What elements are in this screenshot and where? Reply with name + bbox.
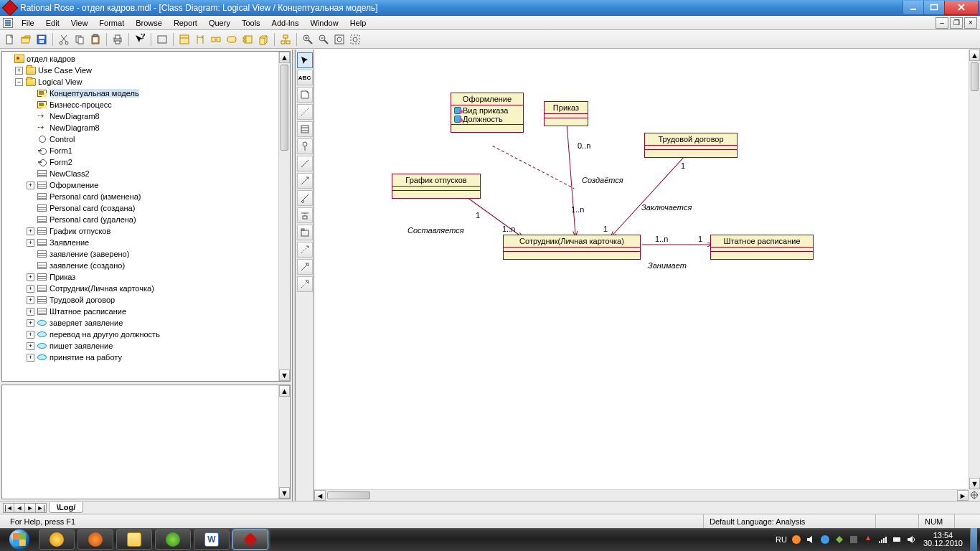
tree-item[interactable]: −Logical View [4,76,277,88]
mdi-close-button[interactable]: × [964,17,977,29]
pan-grip-icon[interactable] [969,489,980,501]
expand-icon[interactable]: + [27,182,34,189]
tree-item[interactable]: +пишет заявление [4,340,277,352]
expand-icon[interactable] [27,147,34,155]
task-word[interactable]: W [194,529,230,550]
browse-seq-button[interactable] [193,32,207,47]
tree-item[interactable]: заявление (заверено) [4,248,277,260]
expand-icon[interactable]: + [15,67,23,75]
task-rose[interactable] [232,529,268,550]
class-prikaz[interactable]: Приказ [544,101,588,126]
context-help-button[interactable]: ? [133,32,147,47]
class-grafik[interactable]: График отпусков [392,174,481,199]
canvas-hscrollbar[interactable]: ◄ ► [314,489,969,501]
expand-icon[interactable] [27,193,34,201]
titlebar[interactable]: Rational Rose - отдел кадров.mdl - [Clas… [0,0,980,16]
expand-icon[interactable] [27,204,34,212]
tree-item[interactable]: заявление (создано) [4,260,277,271]
tree-item[interactable]: Бизнесс-процесс [4,99,277,110]
cut-button[interactable] [57,32,71,47]
tree-item[interactable]: +принятие на работу [4,352,277,363]
class-oformlenie[interactable]: Оформление Вид приказа Должность [451,93,524,133]
tree-item[interactable]: Personal card (удалена) [4,214,277,225]
expand-icon[interactable]: + [27,331,34,339]
tree-item[interactable]: Control [4,133,277,145]
menu-browse[interactable]: Browse [130,17,168,29]
scroll-down-button[interactable]: ▼ [279,369,290,381]
task-qip[interactable] [155,529,191,550]
doc-scrollbar[interactable]: ▲ ▼ [278,385,290,499]
tree-item[interactable]: Form1 [4,145,277,156]
expand-icon[interactable] [27,136,34,143]
menu-report[interactable]: Report [168,17,203,29]
expand-icon[interactable] [27,124,34,132]
scroll-left-button[interactable]: ◄ [314,490,326,501]
tree-item[interactable]: +Трудовой договор [4,294,277,306]
zoomout-button[interactable] [316,32,331,47]
zoomin-button[interactable] [301,32,315,47]
tab-prev-button[interactable]: ◄ [14,503,25,513]
expand-icon[interactable]: − [15,78,23,86]
zoomfit-button[interactable] [332,32,347,47]
tree-item[interactable]: Концептуальная модель [4,88,277,99]
tree-item[interactable]: Form2 [4,156,277,168]
tab-log[interactable]: \Log/ [49,502,83,513]
menu-help[interactable]: Help [344,17,372,29]
expand-icon[interactable] [27,170,34,178]
select-tool[interactable] [297,52,313,68]
realize-tool[interactable] [297,276,313,292]
mdi-restore-button[interactable]: ❐ [950,17,963,29]
class-shtatnoe[interactable]: Штатное расписание [710,235,814,260]
expand-icon[interactable] [27,262,34,270]
tray-icon[interactable] [863,534,873,545]
browse-collab-button[interactable] [209,32,223,47]
menu-tools[interactable]: Tools [236,17,266,29]
tray-icon[interactable] [820,534,830,545]
paste-button[interactable] [88,32,103,47]
scroll-thumb[interactable] [281,65,288,151]
browse-comp-button[interactable] [240,32,255,47]
tree-item[interactable]: +заверяет заявление [4,317,277,329]
tree-scrollbar[interactable]: ▲ ▼ [278,52,290,381]
expand-icon[interactable] [27,216,34,224]
task-firefox[interactable] [77,529,113,550]
menu-view[interactable]: View [65,17,94,29]
network-icon[interactable] [877,534,887,545]
depend-tool[interactable] [297,242,313,258]
view1-button[interactable] [155,32,169,47]
text-tool[interactable]: ABC [297,70,313,85]
tree-item[interactable]: NewDiagram8 [4,122,277,133]
tray-icon[interactable] [892,534,902,545]
parent-button[interactable] [278,32,293,47]
diagram-canvas[interactable]: Оформление Вид приказа Должность Приказ … [314,50,969,489]
expand-icon[interactable]: + [27,239,34,247]
tray-icon[interactable] [849,534,859,545]
mdi-doc-icon[interactable] [3,18,13,28]
tray-clock[interactable]: 13:54 30.12.2010 [923,532,963,547]
tree-item[interactable]: +Штатное расписание [4,306,277,317]
browse-state-button[interactable] [225,32,239,47]
class-sotrudnik[interactable]: Сотрудник(Личная карточка) [503,235,641,260]
tree-item[interactable]: NewDiagram8 [4,110,277,122]
assocclass-tool[interactable] [297,207,313,223]
scroll-right-button[interactable]: ► [957,490,969,501]
expand-icon[interactable] [27,113,34,121]
scroll-up-button[interactable]: ▲ [279,385,290,397]
menu-window[interactable]: Window [305,17,344,29]
task-app1[interactable] [39,529,75,550]
menu-query[interactable]: Query [203,17,236,29]
interface-tool[interactable] [297,138,313,154]
menu-file[interactable]: File [16,17,40,29]
new-button[interactable] [3,32,17,47]
expand-icon[interactable]: + [27,308,34,316]
general-tool[interactable] [297,259,313,275]
tree-item[interactable]: NewClass2 [4,168,277,179]
save-button[interactable] [34,32,49,47]
tree-item[interactable]: Personal card (создана) [4,202,277,214]
menu-edit[interactable]: Edit [40,17,65,29]
scroll-up-button[interactable]: ▲ [969,50,980,61]
class-trudovoi[interactable]: Трудовой договор [644,133,738,158]
anchor-tool[interactable] [297,104,313,120]
zoomsel-button[interactable] [348,32,362,47]
tree-item[interactable]: +График отпусков [4,225,277,237]
